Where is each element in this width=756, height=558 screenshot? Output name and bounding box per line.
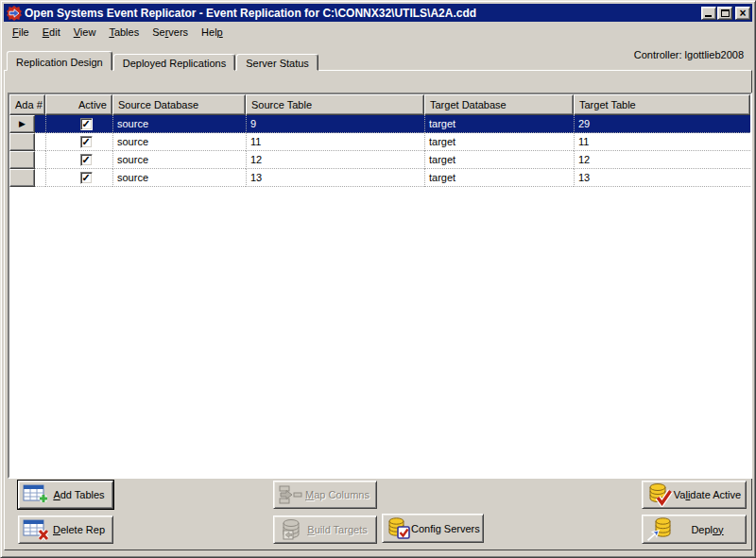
app-icon[interactable] bbox=[7, 6, 22, 21]
cell-target-table[interactable]: 11 bbox=[574, 133, 750, 151]
close-icon: × bbox=[736, 7, 749, 20]
close-button[interactable]: × bbox=[735, 7, 750, 20]
delete-rep-label: Delete Rep bbox=[49, 524, 109, 535]
row-selector[interactable]: ▶ bbox=[9, 115, 35, 133]
deploy-button[interactable]: Deploy bbox=[642, 515, 747, 544]
active-checkbox[interactable]: ✓ bbox=[80, 154, 93, 166]
config-servers-icon bbox=[387, 516, 411, 540]
table-row[interactable]: ▶ ✓ source 9 target 29 bbox=[9, 115, 750, 133]
menu-servers[interactable]: Servers bbox=[146, 25, 195, 40]
grid-empty-area bbox=[9, 187, 750, 477]
replication-design-panel: Ada # Active Source Database Source Tabl… bbox=[4, 70, 752, 550]
minimize-button[interactable] bbox=[701, 7, 716, 20]
cell-target-table[interactable]: 12 bbox=[574, 151, 750, 169]
deploy-label: Deploy bbox=[673, 524, 742, 535]
tab-strip: Replication Design Deployed Replications… bbox=[7, 51, 319, 71]
cell-target-database[interactable]: target bbox=[424, 151, 574, 169]
title-bar[interactable]: Open Systems Event Replicator - Event Re… bbox=[4, 4, 752, 22]
column-header-source-table[interactable]: Source Table bbox=[246, 94, 424, 115]
table-row[interactable]: ✓ source 11 target 11 bbox=[9, 133, 750, 151]
build-targets-icon bbox=[278, 518, 302, 541]
map-columns-button: Map Columns bbox=[273, 481, 377, 509]
cell-ada[interactable] bbox=[35, 151, 45, 169]
grid-header-row: Ada # Active Source Database Source Tabl… bbox=[9, 94, 750, 115]
cell-target-database[interactable]: target bbox=[424, 169, 574, 187]
cell-target-database[interactable]: target bbox=[424, 115, 574, 133]
current-row-arrow-icon: ▶ bbox=[19, 120, 26, 128]
add-tables-label: Add Tables bbox=[49, 489, 109, 500]
validate-active-icon bbox=[646, 482, 673, 507]
cell-target-database[interactable]: target bbox=[424, 133, 574, 151]
build-targets-label: Build Targets bbox=[302, 524, 372, 535]
add-table-icon bbox=[23, 484, 49, 506]
delete-table-icon bbox=[23, 519, 49, 541]
add-tables-button[interactable]: Add Tables bbox=[18, 481, 113, 509]
maximize-button[interactable] bbox=[717, 7, 732, 20]
cell-ada[interactable] bbox=[35, 169, 45, 187]
build-targets-button: Build Targets bbox=[273, 516, 377, 544]
menu-tables[interactable]: Tables bbox=[102, 25, 146, 40]
menu-file[interactable]: File bbox=[6, 25, 36, 40]
row-selector[interactable] bbox=[9, 169, 35, 187]
menu-edit[interactable]: Edit bbox=[36, 25, 67, 40]
column-header-target-table[interactable]: Target Table bbox=[574, 94, 750, 115]
active-checkbox[interactable]: ✓ bbox=[80, 118, 93, 130]
cell-source-database[interactable]: source bbox=[112, 115, 246, 133]
cell-active[interactable]: ✓ bbox=[45, 133, 112, 151]
app-window: Open Systems Event Replicator - Event Re… bbox=[0, 0, 756, 558]
map-columns-label: Map Columns bbox=[302, 489, 372, 500]
menu-help[interactable]: Help bbox=[195, 25, 230, 40]
column-header-ada[interactable]: Ada # bbox=[9, 94, 45, 115]
tab-server-status[interactable]: Server Status bbox=[236, 54, 318, 71]
maximize-icon bbox=[721, 9, 730, 17]
menu-bar: File Edit View Tables Servers Help bbox=[4, 22, 752, 42]
cell-source-database[interactable]: source bbox=[112, 169, 246, 187]
cell-source-database[interactable]: source bbox=[112, 133, 246, 151]
menu-view[interactable]: View bbox=[67, 25, 103, 40]
column-header-source-database[interactable]: Source Database bbox=[112, 94, 246, 115]
cell-target-table[interactable]: 13 bbox=[574, 169, 750, 187]
column-header-target-database[interactable]: Target Database bbox=[424, 94, 574, 115]
cell-active[interactable]: ✓ bbox=[45, 151, 112, 169]
cell-target-table[interactable]: 29 bbox=[574, 115, 750, 133]
replication-grid: Ada # Active Source Database Source Tabl… bbox=[8, 93, 752, 479]
delete-rep-button[interactable]: Delete Rep bbox=[18, 516, 113, 544]
cell-source-database[interactable]: source bbox=[112, 151, 246, 169]
map-columns-icon bbox=[278, 484, 302, 505]
active-checkbox[interactable]: ✓ bbox=[80, 172, 93, 184]
cell-source-table[interactable]: 11 bbox=[246, 133, 424, 151]
table-row[interactable]: ✓ source 12 target 12 bbox=[9, 151, 750, 169]
config-servers-button[interactable]: Config Servers bbox=[382, 514, 484, 543]
window-title: Open Systems Event Replicator - Event Re… bbox=[25, 7, 476, 20]
row-selector[interactable] bbox=[9, 133, 35, 151]
deploy-icon bbox=[646, 517, 673, 542]
cell-active[interactable]: ✓ bbox=[45, 115, 112, 133]
controller-label: Controller: lgottlieb2008 bbox=[634, 49, 744, 60]
tab-replication-design[interactable]: Replication Design bbox=[7, 51, 112, 71]
validate-active-label: Validate Active bbox=[673, 489, 742, 500]
cell-active[interactable]: ✓ bbox=[45, 169, 112, 187]
cell-source-table[interactable]: 9 bbox=[246, 115, 424, 133]
table-row[interactable]: ✓ source 13 target 13 bbox=[9, 169, 750, 187]
tab-deployed-replications[interactable]: Deployed Replications bbox=[113, 54, 235, 71]
config-servers-label: Config Servers bbox=[411, 523, 480, 534]
cell-ada[interactable] bbox=[35, 133, 45, 151]
minimize-icon bbox=[705, 15, 712, 17]
cell-source-table[interactable]: 13 bbox=[246, 169, 424, 187]
column-header-active[interactable]: Active bbox=[45, 94, 112, 115]
validate-active-button[interactable]: Validate Active bbox=[642, 481, 747, 509]
cell-source-table[interactable]: 12 bbox=[246, 151, 424, 169]
cell-ada[interactable] bbox=[35, 115, 45, 133]
active-checkbox[interactable]: ✓ bbox=[80, 136, 93, 148]
row-selector[interactable] bbox=[9, 151, 35, 169]
